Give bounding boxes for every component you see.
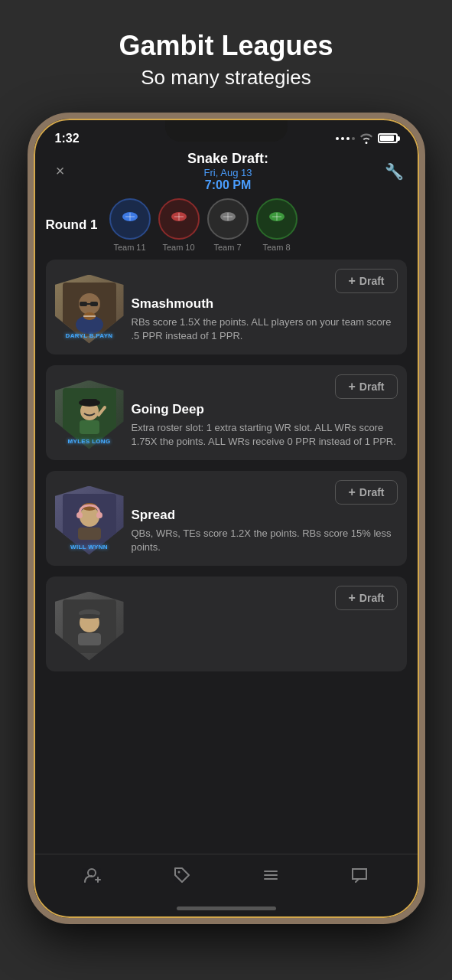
football-icon — [168, 206, 190, 232]
tag-icon — [172, 865, 192, 888]
football-icon — [119, 206, 141, 232]
strategy-description: QBs, WRs, TEs score 1.2X the points. RBs… — [132, 527, 398, 554]
team-circle-team8[interactable] — [256, 198, 298, 240]
chat-icon — [350, 865, 369, 888]
draft-date: Fri, Aug 13 — [187, 167, 268, 178]
draft-button-smashmouth[interactable]: + Draft — [335, 269, 397, 293]
nav-item-add-user[interactable] — [83, 865, 103, 888]
draft-label: Draft — [359, 486, 385, 498]
page-title: Gambit Leagues — [119, 31, 333, 61]
team-name-label: Team 8 — [262, 243, 290, 252]
team-avatar-item: Team 10 — [158, 198, 200, 252]
svg-point-31 — [96, 512, 102, 518]
team-avatar-item: Team 11 — [109, 198, 151, 252]
phone-screen: 1:32 — [34, 119, 419, 918]
character-goingdeep: MYLES LONG — [55, 381, 124, 449]
nav-bar: × Snake Draft: Fri, Aug 13 7:00 PM 🔧 — [34, 152, 419, 191]
round-row: Round 1 Team 11 Team 10 Team 7 Team 8 — [34, 191, 419, 260]
dot4 — [352, 137, 355, 140]
nav-title-area: Snake Draft: Fri, Aug 13 7:00 PM — [187, 151, 268, 192]
draft-button-goingdeep[interactable]: + Draft — [335, 374, 397, 399]
nav-item-list[interactable] — [261, 865, 281, 888]
content-scroll[interactable]: + Draft DARYL B.PAYNSmashmouthRBs score … — [34, 260, 419, 854]
status-time: 1:32 — [55, 132, 80, 145]
team-name-label: Team 11 — [113, 243, 145, 252]
svg-rect-27 — [78, 528, 101, 540]
character-fourth — [55, 592, 124, 661]
nav-item-chat[interactable] — [350, 865, 369, 888]
home-indicator — [34, 900, 419, 918]
character-smashmouth: DARYL B.PAYN — [55, 275, 124, 344]
nav-item-tag[interactable] — [172, 865, 192, 888]
page-subtitle: So many strategies — [119, 66, 333, 90]
character-spread: WILL WYNN — [55, 486, 124, 555]
draft-type-title: Snake Draft: — [187, 151, 268, 167]
draft-button-spread[interactable]: + Draft — [335, 480, 397, 505]
notch — [165, 119, 288, 142]
battery-icon — [378, 133, 398, 143]
strategy-card-smashmouth: + Draft DARYL B.PAYNSmashmouthRBs score … — [46, 260, 407, 354]
svg-rect-15 — [80, 302, 87, 306]
team-avatars: Team 11 Team 10 Team 7 Team 8 — [109, 198, 407, 252]
draft-plus-icon: + — [348, 485, 355, 499]
svg-point-30 — [76, 512, 83, 518]
draft-button-fourth[interactable]: + Draft — [335, 586, 397, 610]
svg-rect-16 — [90, 302, 98, 306]
home-bar — [177, 906, 276, 910]
svg-point-36 — [77, 614, 102, 619]
shield-bg — [55, 592, 124, 661]
settings-icon[interactable]: 🔧 — [385, 162, 404, 181]
strategy-description: Extra roster slot: 1 extra starting WR s… — [132, 421, 398, 449]
character-name-label: MYLES LONG — [55, 438, 124, 445]
strategy-card-fourth: + Draft — [46, 577, 407, 671]
draft-label: Draft — [359, 275, 385, 287]
svg-rect-21 — [80, 420, 99, 434]
team-name-label: Team 7 — [213, 243, 241, 252]
snake-draft-label: Snake Draft: — [187, 151, 268, 166]
svg-rect-33 — [78, 633, 101, 645]
strategy-description: RBs score 1.5X the points. ALL players o… — [132, 315, 398, 343]
strategy-title: Spread — [132, 508, 398, 523]
strategy-card-spread: + Draft WILL WYNNSpreadQBs, WRs, TEs sco… — [46, 471, 407, 566]
phone-frame: 1:32 — [28, 113, 425, 924]
dot3 — [346, 137, 350, 140]
draft-plus-icon: + — [348, 380, 355, 394]
team-circle-team7[interactable] — [207, 198, 249, 240]
status-icons — [336, 133, 398, 144]
add-user-icon — [83, 865, 103, 888]
character-name-label: DARYL B.PAYN — [55, 332, 124, 339]
draft-plus-icon: + — [348, 591, 355, 605]
close-button[interactable]: × — [49, 160, 72, 183]
strategy-title: Going Deep — [132, 402, 398, 417]
bottom-nav — [34, 854, 419, 900]
team-name-label: Team 10 — [162, 243, 194, 252]
dot1 — [336, 137, 339, 140]
wifi-icon — [359, 133, 373, 144]
football-icon — [217, 206, 239, 232]
svg-point-40 — [177, 871, 180, 874]
dot2 — [341, 137, 344, 140]
battery-fill — [380, 136, 394, 141]
team-avatar-item: Team 8 — [256, 198, 298, 252]
draft-label: Draft — [359, 381, 385, 393]
list-icon — [261, 865, 281, 888]
svg-rect-24 — [82, 399, 97, 405]
page-header: Gambit Leagues So many strategies — [119, 31, 333, 90]
draft-plus-icon: + — [348, 274, 355, 288]
strategy-title: Smashmouth — [132, 296, 398, 312]
round-label: Round 1 — [46, 217, 103, 233]
team-circle-team11[interactable] — [109, 198, 151, 240]
character-name-label: WILL WYNN — [55, 544, 124, 550]
team-avatar-item: Team 7 — [207, 198, 249, 252]
draft-label: Draft — [359, 592, 385, 604]
signal-dots — [336, 137, 355, 140]
team-circle-team10[interactable] — [158, 198, 200, 240]
football-icon — [266, 206, 288, 232]
strategy-card-goingdeep: + Draft MYLES LONGGoing DeepExtra roster… — [46, 365, 407, 460]
